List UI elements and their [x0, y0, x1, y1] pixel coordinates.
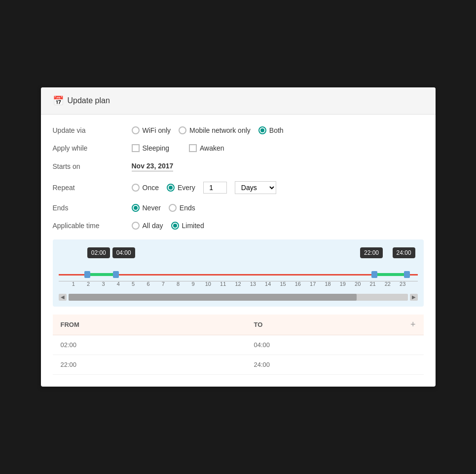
- applicable-time-row: Applicable time All day Limited: [53, 222, 424, 230]
- limited-option[interactable]: Limited: [171, 222, 204, 230]
- starts-on-controls: Nov 23, 2017: [132, 162, 174, 171]
- card-body: Update via WiFi only Mobile network only…: [41, 115, 436, 387]
- never-radio[interactable]: [132, 204, 140, 212]
- both-option[interactable]: Both: [258, 126, 284, 134]
- apply-while-row: Apply while Sleeping Awaken: [53, 144, 424, 152]
- card-title: Update plan: [68, 96, 110, 105]
- tick-21: 21: [369, 281, 375, 287]
- tick-2: 2: [87, 281, 90, 287]
- tick-17: 17: [310, 281, 316, 287]
- tick-11: 11: [220, 281, 226, 287]
- ends-row: Ends Never Ends: [53, 204, 424, 212]
- table-row: 02:00 04:00: [53, 335, 424, 355]
- repeat-label: Repeat: [53, 184, 132, 192]
- tick-4: 4: [117, 281, 120, 287]
- tick-9: 9: [191, 281, 194, 287]
- timeline-scrollbar: ◀ ▶: [59, 294, 418, 301]
- allday-option[interactable]: All day: [132, 222, 163, 230]
- handle-2200[interactable]: [371, 271, 377, 278]
- both-label: Both: [269, 126, 284, 134]
- tooltip-2400: 24:00: [393, 247, 415, 258]
- ends-radio[interactable]: [169, 204, 177, 212]
- limited-label: Limited: [182, 222, 204, 230]
- never-label: Never: [143, 204, 161, 212]
- both-radio[interactable]: [258, 126, 266, 134]
- tick-7: 7: [162, 281, 165, 287]
- tooltip-0400: 04:00: [112, 247, 135, 258]
- wifi-label: WiFi only: [143, 126, 171, 134]
- handle-2400[interactable]: [404, 271, 410, 278]
- scrollbar-track[interactable]: [69, 294, 408, 301]
- col-to-header: TO +: [246, 315, 423, 335]
- never-option[interactable]: Never: [132, 204, 161, 212]
- tooltip-0200: 02:00: [87, 247, 110, 258]
- tick-18: 18: [325, 281, 330, 287]
- tick-23: 23: [400, 281, 405, 287]
- repeat-number-input[interactable]: [203, 182, 227, 194]
- time-table: FROM TO + 02:00 04:00 22:00 24:00: [53, 315, 424, 375]
- tick-16: 16: [295, 281, 301, 287]
- starts-on-row: Starts on Nov 23, 2017: [53, 162, 424, 171]
- row2-from: 22:00: [53, 355, 246, 375]
- apply-while-controls: Sleeping Awaken: [132, 144, 224, 152]
- timeline-ticks-row: 1 2 3 4 5 6 7 8 9 10 11 12 13 14 15 16 1…: [59, 281, 418, 291]
- timeline-range-1: [87, 273, 116, 276]
- every-label: Every: [178, 184, 195, 192]
- tick-8: 8: [177, 281, 180, 287]
- ends-ends-label: Ends: [180, 204, 195, 212]
- calendar-icon: 📅: [53, 95, 64, 106]
- timeline-track: [59, 269, 418, 279]
- wifi-radio[interactable]: [132, 126, 140, 134]
- once-radio[interactable]: [132, 184, 140, 192]
- sleeping-checkbox[interactable]: [132, 144, 140, 152]
- ends-ends-option[interactable]: Ends: [169, 204, 195, 212]
- every-radio[interactable]: [167, 184, 175, 192]
- repeat-period-select[interactable]: Days Weeks Months: [235, 181, 276, 194]
- mobile-label: Mobile network only: [189, 126, 251, 134]
- tick-5: 5: [132, 281, 135, 287]
- table-row: 22:00 24:00: [53, 355, 424, 375]
- ends-controls: Never Ends: [132, 204, 195, 212]
- timeline-container: 02:00 04:00 22:00 24:00 1: [53, 239, 424, 307]
- scrollbar-right-arrow[interactable]: ▶: [410, 294, 418, 301]
- applicable-time-label: Applicable time: [53, 222, 132, 230]
- apply-while-label: Apply while: [53, 144, 132, 152]
- tick-10: 10: [205, 281, 211, 287]
- row1-from: 02:00: [53, 335, 246, 355]
- timeline-tooltips: 02:00 04:00 22:00 24:00: [59, 247, 418, 267]
- sleeping-option[interactable]: Sleeping: [132, 144, 170, 152]
- timeline-range-2: [374, 273, 407, 276]
- every-option[interactable]: Every: [167, 184, 195, 192]
- scrollbar-left-arrow[interactable]: ◀: [59, 294, 67, 301]
- update-via-row: Update via WiFi only Mobile network only…: [53, 126, 424, 134]
- once-option[interactable]: Once: [132, 184, 159, 192]
- ends-label: Ends: [53, 204, 132, 212]
- starts-on-value[interactable]: Nov 23, 2017: [132, 162, 174, 171]
- limited-radio[interactable]: [171, 222, 179, 230]
- wifi-option[interactable]: WiFi only: [132, 126, 171, 134]
- tick-19: 19: [340, 281, 346, 287]
- repeat-row: Repeat Once Every Days Weeks Months: [53, 181, 424, 194]
- sleeping-label: Sleeping: [143, 144, 170, 152]
- scrollbar-thumb[interactable]: [69, 294, 357, 301]
- tick-1: 1: [72, 281, 75, 287]
- allday-radio[interactable]: [132, 222, 140, 230]
- tick-20: 20: [355, 281, 361, 287]
- awaken-checkbox[interactable]: [189, 144, 197, 152]
- add-time-range-button[interactable]: +: [410, 319, 416, 330]
- starts-on-label: Starts on: [53, 162, 132, 170]
- row2-to: 24:00: [246, 355, 423, 375]
- applicable-time-controls: All day Limited: [132, 222, 204, 230]
- handle-0400[interactable]: [113, 271, 119, 278]
- row1-to: 04:00: [246, 335, 423, 355]
- tick-14: 14: [265, 281, 271, 287]
- time-table-header: FROM TO +: [53, 315, 424, 335]
- handle-0200[interactable]: [84, 271, 90, 278]
- mobile-option[interactable]: Mobile network only: [179, 126, 251, 134]
- once-label: Once: [143, 184, 159, 192]
- mobile-radio[interactable]: [179, 126, 186, 134]
- awaken-option[interactable]: Awaken: [189, 144, 224, 152]
- tick-6: 6: [146, 281, 149, 287]
- tick-3: 3: [102, 281, 105, 287]
- repeat-controls: Once Every Days Weeks Months: [132, 181, 276, 194]
